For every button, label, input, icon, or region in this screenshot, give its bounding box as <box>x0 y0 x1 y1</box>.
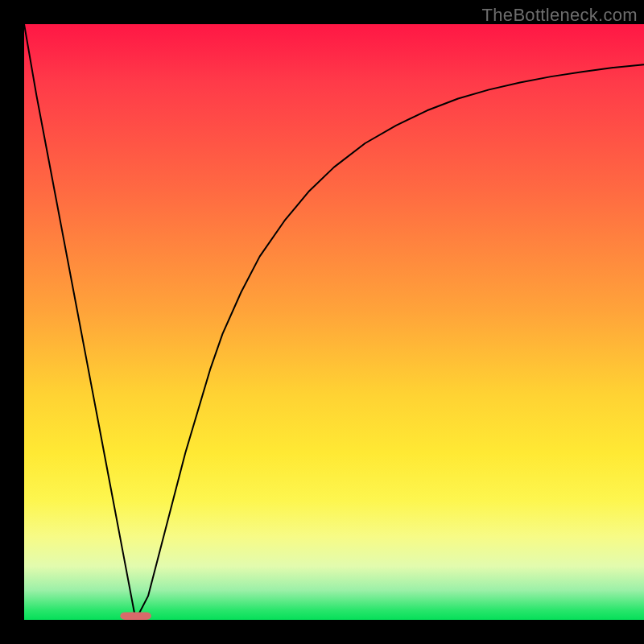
plot-area <box>24 24 644 620</box>
watermark-text: TheBottleneck.com <box>482 5 638 26</box>
bottleneck-curve <box>24 24 644 620</box>
curve-layer <box>24 24 644 620</box>
chart-frame: TheBottleneck.com <box>0 0 644 644</box>
minimum-marker <box>120 612 151 620</box>
